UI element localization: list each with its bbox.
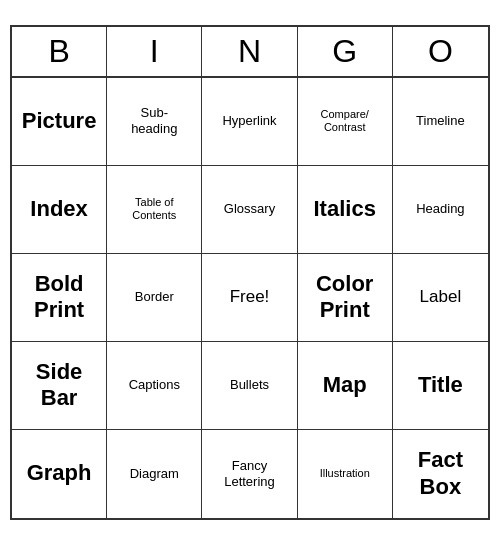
cell-text: FancyLettering: [224, 458, 275, 489]
cell-text: Heading: [416, 201, 464, 217]
cell-text: Timeline: [416, 113, 465, 129]
bingo-grid: PictureSub-headingHyperlinkCompare/Contr…: [12, 78, 488, 518]
cell-text: Bullets: [230, 377, 269, 393]
header-letter: G: [298, 27, 393, 76]
header-letter: I: [107, 27, 202, 76]
header-letter: O: [393, 27, 488, 76]
cell-text: Illustration: [320, 467, 370, 480]
cell-text: Hyperlink: [222, 113, 276, 129]
bingo-cell: FancyLettering: [202, 430, 297, 518]
bingo-header: BINGO: [12, 27, 488, 78]
cell-text: FactBox: [418, 447, 463, 500]
bingo-cell: Timeline: [393, 78, 488, 166]
cell-text: Free!: [230, 287, 270, 307]
bingo-card: BINGO PictureSub-headingHyperlinkCompare…: [10, 25, 490, 520]
bingo-cell: Compare/Contrast: [298, 78, 393, 166]
bingo-cell: Bullets: [202, 342, 297, 430]
bingo-cell: FactBox: [393, 430, 488, 518]
cell-text: BoldPrint: [34, 271, 84, 324]
cell-text: Map: [323, 372, 367, 398]
bingo-cell: Sub-heading: [107, 78, 202, 166]
bingo-cell: Index: [12, 166, 107, 254]
bingo-cell: Italics: [298, 166, 393, 254]
cell-text: Title: [418, 372, 463, 398]
cell-text: Index: [30, 196, 87, 222]
bingo-cell: Picture: [12, 78, 107, 166]
bingo-cell: Glossary: [202, 166, 297, 254]
cell-text: Sub-heading: [131, 105, 177, 136]
cell-text: Border: [135, 289, 174, 305]
bingo-cell: Illustration: [298, 430, 393, 518]
cell-text: Label: [420, 287, 462, 307]
header-letter: B: [12, 27, 107, 76]
cell-text: Captions: [129, 377, 180, 393]
cell-text: Picture: [22, 108, 97, 134]
bingo-cell: Map: [298, 342, 393, 430]
cell-text: Table ofContents: [132, 196, 176, 222]
bingo-cell: Free!: [202, 254, 297, 342]
cell-text: Diagram: [130, 466, 179, 482]
bingo-cell: Label: [393, 254, 488, 342]
cell-text: Glossary: [224, 201, 275, 217]
bingo-cell: Title: [393, 342, 488, 430]
bingo-cell: Heading: [393, 166, 488, 254]
bingo-cell: BoldPrint: [12, 254, 107, 342]
bingo-cell: Graph: [12, 430, 107, 518]
bingo-cell: ColorPrint: [298, 254, 393, 342]
cell-text: Italics: [314, 196, 376, 222]
bingo-cell: SideBar: [12, 342, 107, 430]
bingo-cell: Border: [107, 254, 202, 342]
bingo-cell: Captions: [107, 342, 202, 430]
cell-text: SideBar: [36, 359, 82, 412]
bingo-cell: Table ofContents: [107, 166, 202, 254]
bingo-cell: Diagram: [107, 430, 202, 518]
header-letter: N: [202, 27, 297, 76]
cell-text: Compare/Contrast: [321, 108, 369, 134]
bingo-cell: Hyperlink: [202, 78, 297, 166]
cell-text: Graph: [27, 460, 92, 486]
cell-text: ColorPrint: [316, 271, 373, 324]
